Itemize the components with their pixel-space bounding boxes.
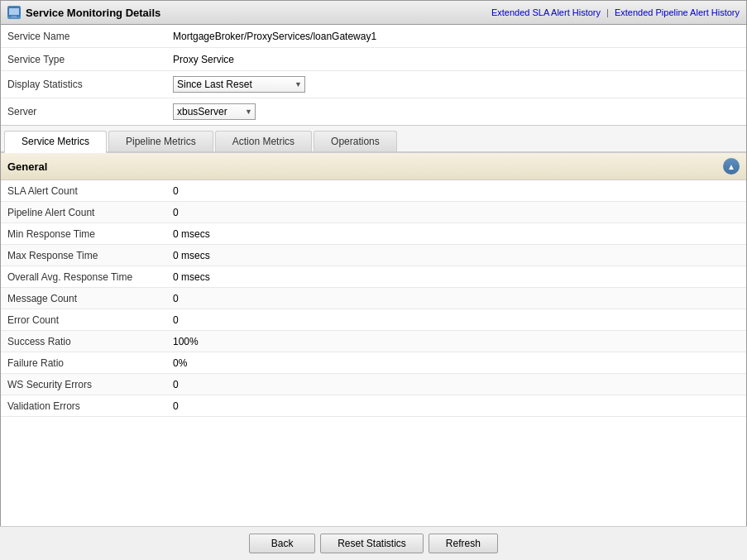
- page-header: Service Monitoring Details Extended SLA …: [1, 1, 746, 25]
- metric-row: Min Response Time0 msecs: [1, 223, 746, 245]
- service-type-row: Service Type Proxy Service: [1, 48, 746, 71]
- metric-row: Pipeline Alert Count0: [1, 202, 746, 223]
- metric-row: Max Response Time0 msecs: [1, 245, 746, 266]
- metric-value: 100%: [173, 336, 199, 347]
- reset-statistics-button[interactable]: Reset Statistics: [320, 534, 424, 553]
- display-statistics-select-wrapper: Since Last Reset Since Server Startup Si…: [173, 76, 305, 93]
- metric-label: Error Count: [7, 314, 173, 326]
- metric-value: 0: [173, 400, 179, 412]
- collapse-button[interactable]: ▲: [723, 158, 740, 175]
- metric-value: 0: [173, 185, 179, 197]
- monitor-icon: [7, 6, 21, 19]
- header-links: Extended SLA Alert History | Extended Pi…: [491, 7, 740, 17]
- general-section-header: General ▲: [1, 153, 746, 180]
- metric-label: Validation Errors: [7, 400, 173, 412]
- metric-value: 0 msecs: [173, 250, 210, 261]
- pipeline-alert-history-link[interactable]: Extended Pipeline Alert History: [615, 7, 740, 17]
- metric-label: Min Response Time: [7, 228, 173, 240]
- svg-rect-3: [9, 8, 19, 15]
- display-stats-select-container: Since Last Reset Since Server Startup Si…: [173, 76, 305, 93]
- metric-row: Message Count0: [1, 288, 746, 309]
- server-select[interactable]: xbusServer: [173, 103, 256, 120]
- link-separator: |: [606, 7, 609, 17]
- metric-row: Error Count0: [1, 309, 746, 331]
- metric-value: 0 msecs: [173, 228, 210, 240]
- metric-value: 0: [173, 207, 179, 218]
- general-section-title: General: [7, 160, 47, 173]
- server-select-wrapper: xbusServer: [173, 103, 256, 120]
- display-statistics-row: Display Statistics Since Last Reset Sinc…: [1, 71, 746, 98]
- footer: Back Reset Statistics Refresh: [0, 526, 747, 560]
- metric-label: Pipeline Alert Count: [7, 207, 173, 218]
- svg-rect-2: [10, 17, 18, 18]
- metric-row: Failure Ratio0%: [1, 352, 746, 374]
- metric-label: Success Ratio: [7, 336, 173, 347]
- tab-operations[interactable]: Operations: [314, 131, 397, 151]
- tab-service-metrics[interactable]: Service Metrics: [4, 131, 107, 153]
- service-name-row: Service Name MortgageBroker/ProxyService…: [1, 25, 746, 48]
- metric-row: Success Ratio100%: [1, 331, 746, 352]
- metric-value: 0 msecs: [173, 271, 210, 283]
- metric-value: 0: [173, 379, 179, 390]
- content-area: General ▲ SLA Alert Count0Pipeline Alert…: [1, 153, 746, 417]
- refresh-button[interactable]: Refresh: [429, 534, 498, 553]
- svg-rect-1: [12, 16, 17, 17]
- tab-action-metrics[interactable]: Action Metrics: [215, 131, 312, 151]
- display-statistics-label: Display Statistics: [7, 79, 173, 90]
- server-label: Server: [7, 106, 173, 117]
- service-name-label: Service Name: [7, 31, 173, 42]
- metric-value: 0: [173, 293, 179, 304]
- server-row: Server xbusServer: [1, 98, 746, 125]
- form-section: Service Name MortgageBroker/ProxyService…: [1, 25, 746, 126]
- server-select-container: xbusServer: [173, 103, 256, 120]
- metric-row: SLA Alert Count0: [1, 180, 746, 202]
- sla-alert-history-link[interactable]: Extended SLA Alert History: [491, 7, 601, 17]
- metric-label: SLA Alert Count: [7, 185, 173, 197]
- metric-label: Failure Ratio: [7, 357, 173, 369]
- display-statistics-select[interactable]: Since Last Reset Since Server Startup Si…: [173, 76, 305, 93]
- page-title: Service Monitoring Details: [26, 7, 486, 19]
- service-name-value: MortgageBroker/ProxyServices/loanGateway…: [173, 31, 376, 42]
- metric-label: Max Response Time: [7, 250, 173, 261]
- metric-row: Overall Avg. Response Time0 msecs: [1, 266, 746, 288]
- tab-pipeline-metrics[interactable]: Pipeline Metrics: [108, 131, 213, 151]
- back-button[interactable]: Back: [249, 534, 315, 553]
- metric-label: WS Security Errors: [7, 379, 173, 390]
- tabs-container: Service MetricsPipeline MetricsAction Me…: [1, 126, 746, 153]
- service-type-value: Proxy Service: [173, 54, 234, 65]
- metric-label: Overall Avg. Response Time: [7, 271, 173, 283]
- metric-value: 0: [173, 314, 179, 326]
- service-type-label: Service Type: [7, 54, 173, 65]
- metric-label: Message Count: [7, 293, 173, 304]
- metric-row: WS Security Errors0: [1, 374, 746, 395]
- metrics-container: SLA Alert Count0Pipeline Alert Count0Min…: [1, 180, 746, 417]
- metric-row: Validation Errors0: [1, 395, 746, 417]
- metric-value: 0%: [173, 357, 187, 369]
